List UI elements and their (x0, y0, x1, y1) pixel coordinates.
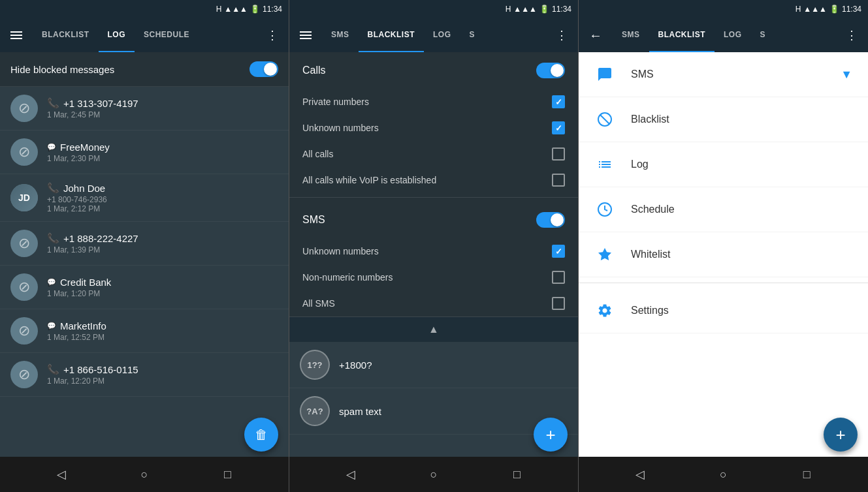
all-calls-row[interactable]: All calls (289, 141, 578, 167)
back-button[interactable]: ← (584, 23, 607, 48)
bl-avatar-text: ?A? (300, 396, 330, 426)
more-menu-1[interactable]: ⋮ (261, 23, 283, 48)
menu-item-settings[interactable]: Settings (579, 288, 868, 333)
all-calls-checkbox[interactable] (552, 147, 565, 161)
panel-log: H ▲▲▲ 🔋 11:34 BLACKLIST LOG SCHEDULE ⋮ H… (0, 0, 289, 492)
log-item[interactable]: ⊘ 📞 +1 313-307-4197 1 Mar, 2:45 PM (0, 87, 289, 131)
tab-blacklist-3[interactable]: BLACKLIST (649, 18, 715, 52)
log-list: ⊘ 📞 +1 313-307-4197 1 Mar, 2:45 PM ⊘ 💬 F… (0, 87, 289, 457)
unknown-numbers-sms-row[interactable]: Unknown numbers (289, 238, 578, 264)
nav-recents-2[interactable]: □ (504, 461, 530, 487)
log-info: 💬 Credit Bank 1 Mar, 1:20 PM (47, 277, 278, 298)
fab-add-3[interactable]: + (824, 418, 858, 452)
nav-back-3[interactable]: ◁ (627, 461, 653, 487)
fab-add-2[interactable]: + (534, 418, 568, 452)
log-time: 1 Mar, 1:39 PM (47, 245, 278, 254)
tab-sms-3[interactable]: SMS (613, 18, 649, 52)
collapse-arrow-icon: ▲ (428, 324, 439, 335)
signal-bars: ▲▲▲ (803, 5, 827, 14)
avatar: ⊘ (10, 361, 38, 388)
calls-label: Calls (302, 65, 326, 76)
signal-bars: ▲▲▲ (513, 5, 537, 14)
nav-bar-1: ◁ ○ □ (0, 457, 289, 492)
private-numbers-row[interactable]: Private numbers (289, 89, 578, 115)
tab-bar-3: SMS BLACKLIST LOG S (613, 18, 835, 52)
non-numeric-checkbox[interactable] (552, 271, 565, 284)
log-name: 📞 +1 866-516-0115 (47, 363, 278, 375)
sms-section-header: SMS (289, 202, 578, 238)
status-bar-3: H ▲▲▲ 🔋 11:34 (579, 0, 868, 18)
tab-sms-2[interactable]: SMS (322, 18, 359, 52)
sms-expand-icon: ▼ (841, 68, 852, 82)
log-item[interactable]: JD 📞 John Doe +1 800-746-2936 1 Mar, 2:1… (0, 174, 289, 222)
top-bar-1: BLACKLIST LOG SCHEDULE ⋮ (0, 18, 289, 52)
tab-s-3[interactable]: S (751, 18, 775, 52)
battery-icon: 🔋 (539, 5, 549, 14)
nav-back[interactable]: ◁ (48, 461, 74, 487)
tab-blacklist-1[interactable]: BLACKLIST (33, 18, 99, 52)
nav-back-2[interactable]: ◁ (338, 461, 364, 487)
log-name: 📞 +1 313-307-4197 (47, 97, 278, 109)
log-time: 1 Mar, 2:12 PM (47, 204, 278, 213)
log-time: 1 Mar, 12:52 PM (47, 333, 278, 342)
log-info: 💬 FreeMoney 1 Mar, 2:30 PM (47, 142, 278, 163)
tab-s-2[interactable]: S (460, 18, 485, 52)
all-sms-checkbox[interactable] (552, 297, 565, 310)
add-icon-3: + (835, 425, 845, 445)
nav-recents[interactable]: □ (214, 461, 240, 487)
avatar: ⊘ (10, 230, 38, 257)
top-bar-3: ← SMS BLACKLIST LOG S ⋮ (579, 18, 868, 52)
log-item[interactable]: ⊘ 💬 FreeMoney 1 Mar, 2:30 PM (0, 131, 289, 174)
avatar: ⊘ (10, 95, 38, 122)
sms-icon: 💬 (47, 143, 56, 151)
log-info: 📞 +1 866-516-0115 1 Mar, 12:20 PM (47, 363, 278, 386)
hide-blocked-toggle[interactable] (249, 61, 278, 77)
unknown-numbers-calls-checkbox[interactable] (552, 121, 565, 134)
blacklist-item[interactable]: 1?? +1800? (289, 342, 578, 388)
tab-log-3[interactable]: LOG (715, 18, 751, 52)
log-name: 💬 Credit Bank (47, 277, 278, 288)
collapse-bar[interactable]: ▲ (289, 317, 578, 342)
side-menu: SMS ▼ Blacklist Log (579, 52, 868, 457)
menu-item-blacklist[interactable]: Blacklist (579, 97, 868, 142)
menu-item-whitelist[interactable]: Whitelist (579, 232, 868, 277)
unknown-numbers-sms-checkbox[interactable] (552, 245, 565, 258)
non-numeric-row[interactable]: Non-numeric numbers (289, 264, 578, 290)
phone-icon: 📞 (47, 232, 59, 244)
nav-recents-3[interactable]: □ (794, 461, 820, 487)
blacklist-settings: Calls Private numbers Unknown numbers Al… (289, 52, 578, 317)
battery-icon: 🔋 (250, 5, 260, 14)
voip-row[interactable]: All calls while VoIP is established (289, 167, 578, 193)
log-time: 1 Mar, 2:45 PM (47, 110, 278, 119)
more-menu-2[interactable]: ⋮ (551, 23, 573, 48)
tab-log-1[interactable]: LOG (99, 18, 135, 52)
log-item[interactable]: ⊘ 💬 MarketInfo 1 Mar, 12:52 PM (0, 309, 289, 353)
sms-menu-label: SMS (631, 69, 654, 80)
add-icon: + (545, 425, 555, 445)
tab-blacklist-2[interactable]: BLACKLIST (359, 18, 425, 52)
unknown-numbers-calls-row[interactable]: Unknown numbers (289, 115, 578, 141)
nav-home-3[interactable]: ○ (710, 461, 736, 487)
status-bar-2: H ▲▲▲ 🔋 11:34 (289, 0, 578, 18)
menu-item-sms[interactable]: SMS ▼ (579, 52, 868, 97)
sms-toggle[interactable] (536, 212, 565, 228)
private-numbers-checkbox[interactable] (552, 95, 565, 108)
nav-home[interactable]: ○ (131, 461, 157, 487)
log-item[interactable]: ⊘ 📞 +1 866-516-0115 1 Mar, 12:20 PM (0, 353, 289, 397)
tab-schedule-1[interactable]: SCHEDULE (135, 18, 199, 52)
nav-home-2[interactable]: ○ (421, 461, 447, 487)
menu-item-schedule[interactable]: Schedule (579, 187, 868, 232)
all-sms-row[interactable]: All SMS (289, 290, 578, 316)
voip-checkbox[interactable] (552, 174, 565, 187)
all-sms-label: All SMS (302, 298, 335, 309)
log-item[interactable]: ⊘ 📞 +1 888-222-4227 1 Mar, 1:39 PM (0, 222, 289, 266)
calls-toggle[interactable] (536, 63, 565, 78)
more-menu-3[interactable]: ⋮ (841, 23, 863, 48)
menu-item-log[interactable]: Log (579, 142, 868, 187)
hamburger-menu-1[interactable] (5, 26, 27, 44)
non-numeric-label: Non-numeric numbers (302, 272, 393, 283)
log-item[interactable]: ⊘ 💬 Credit Bank 1 Mar, 1:20 PM (0, 266, 289, 309)
hamburger-menu-2[interactable] (295, 26, 317, 44)
fab-delete[interactable]: 🗑 (244, 418, 278, 452)
tab-log-2[interactable]: LOG (424, 18, 460, 52)
